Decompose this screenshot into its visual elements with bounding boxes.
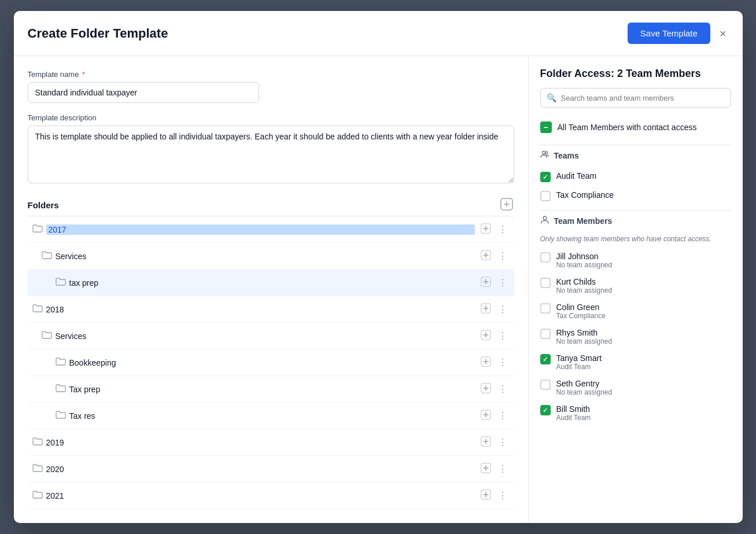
template-name-group: Template name * (28, 70, 514, 103)
folder-menu-button[interactable]: ⋮ (496, 330, 510, 342)
folder-item[interactable]: 2020 ⋮ (28, 456, 514, 483)
folder-menu-button[interactable]: ⋮ (496, 410, 510, 422)
member-checkbox[interactable] (540, 252, 551, 263)
folder-actions: ⋮ (478, 249, 510, 263)
folder-item[interactable]: 2018 ⋮ (28, 296, 514, 323)
folder-name: Bookkeeping (69, 358, 475, 367)
teams-list: Audit Team Tax Compliance (540, 167, 731, 205)
folder-name: Services (56, 252, 475, 261)
member-checkbox[interactable] (540, 380, 551, 390)
members-list: Jill Johnson No team assigned Kurt Child… (540, 248, 731, 426)
add-subfolder-button[interactable] (478, 329, 493, 343)
folder-item[interactable]: Services ⋮ (28, 323, 514, 349)
add-subfolder-button[interactable] (478, 382, 493, 396)
folder-item[interactable]: Bookkeeping ⋮ (28, 349, 514, 376)
folder-icon (32, 490, 43, 502)
modal-overlay: Create Folder Template Save Template × T… (0, 0, 756, 534)
member-name: Bill Smith (556, 404, 591, 414)
folder-name: 2017 (46, 224, 475, 235)
folder-menu-button[interactable]: ⋮ (496, 384, 510, 395)
modal-title: Create Folder Template (28, 26, 168, 41)
member-team: Audit Team (556, 363, 602, 371)
add-subfolder-button[interactable] (478, 435, 493, 450)
header-actions: Save Template × (628, 23, 729, 44)
folder-menu-button[interactable]: ⋮ (496, 251, 510, 262)
member-row[interactable]: Colin Green Tax Compliance (540, 299, 731, 324)
folder-menu-button[interactable]: ⋮ (496, 277, 510, 289)
folder-list: 2017 ⋮ Services ⋮ tax (28, 216, 514, 509)
team-checkbox[interactable] (540, 172, 551, 182)
add-subfolder-button[interactable] (478, 222, 493, 237)
template-description-group: Template description (28, 113, 514, 185)
folder-icon (32, 304, 43, 315)
folder-item[interactable]: Tax res ⋮ (28, 403, 514, 429)
svg-point-13 (545, 152, 548, 154)
member-name: Rhys Smith (556, 328, 613, 337)
member-team: No team assigned (556, 388, 613, 396)
save-template-button[interactable]: Save Template (628, 23, 710, 44)
left-panel: Template name * Template description Fol… (14, 56, 529, 523)
member-row[interactable]: Bill Smith Audit Team (540, 400, 731, 426)
member-team: No team assigned (556, 261, 613, 269)
member-team: Tax Compliance (556, 312, 606, 320)
member-checkbox[interactable] (540, 329, 551, 339)
add-subfolder-button[interactable] (478, 488, 493, 503)
member-row[interactable]: Rhys Smith No team assigned (540, 324, 731, 349)
team-members-label: Team Members (554, 216, 613, 226)
add-subfolder-button[interactable] (478, 408, 493, 423)
add-subfolder-button[interactable] (478, 249, 493, 263)
team-members-icon (540, 215, 550, 227)
folder-item[interactable]: Tax prep ⋮ (28, 376, 514, 403)
search-icon: 🔍 (547, 93, 556, 102)
search-input[interactable] (561, 94, 725, 102)
team-checkbox[interactable] (540, 191, 551, 201)
close-button[interactable]: × (717, 25, 729, 42)
search-box[interactable]: 🔍 (540, 88, 731, 108)
member-row[interactable]: Jill Johnson No team assigned (540, 248, 731, 273)
member-row[interactable]: Kurt Childs No team assigned (540, 273, 731, 299)
member-info: Seth Gentry No team assigned (556, 379, 613, 396)
folder-menu-button[interactable]: ⋮ (496, 490, 510, 502)
right-panel: Folder Access: 2 Team Members 🔍 − All Te… (529, 56, 743, 523)
folder-actions: ⋮ (478, 408, 510, 423)
folder-menu-button[interactable]: ⋮ (496, 437, 510, 448)
folder-item[interactable]: 2019 ⋮ (28, 429, 514, 456)
all-members-row[interactable]: − All Team Members with contact access (540, 116, 731, 139)
template-name-input[interactable] (28, 82, 259, 103)
folder-name: 2018 (46, 305, 475, 314)
add-subfolder-button[interactable] (478, 302, 493, 316)
folder-actions: ⋮ (478, 462, 510, 476)
folders-section: Folders 2017 (28, 197, 514, 509)
member-row[interactable]: Seth Gentry No team assigned (540, 375, 731, 400)
folder-item[interactable]: Services ⋮ (28, 243, 514, 270)
folder-actions: ⋮ (478, 275, 510, 290)
member-team: No team assigned (556, 286, 613, 294)
member-row[interactable]: Tanya Smart Audit Team (540, 349, 731, 375)
folder-item[interactable]: 2021 ⋮ (28, 483, 514, 509)
add-subfolder-button[interactable] (478, 355, 493, 370)
member-checkbox[interactable] (540, 303, 551, 314)
team-row[interactable]: Tax Compliance (540, 186, 731, 205)
folder-menu-button[interactable]: ⋮ (496, 357, 510, 369)
teams-section-header: Teams (540, 145, 731, 165)
folder-menu-button[interactable]: ⋮ (496, 463, 510, 475)
member-checkbox[interactable] (540, 278, 551, 288)
member-name: Jill Johnson (556, 252, 613, 261)
folder-actions: ⋮ (478, 329, 510, 343)
folder-item[interactable]: 2017 ⋮ (28, 216, 514, 243)
folder-menu-button[interactable]: ⋮ (496, 304, 510, 315)
folder-item[interactable]: tax prep ⋮ (28, 270, 514, 296)
teams-label: Teams (554, 151, 579, 160)
team-row[interactable]: Audit Team (540, 167, 731, 186)
add-subfolder-button[interactable] (478, 275, 493, 290)
member-name: Seth Gentry (556, 379, 613, 388)
template-name-label: Template name * (28, 70, 514, 79)
folder-menu-button[interactable]: ⋮ (496, 224, 510, 235)
member-checkbox[interactable] (540, 405, 551, 415)
add-folder-button[interactable] (499, 197, 514, 213)
template-description-input[interactable] (28, 126, 514, 183)
add-subfolder-button[interactable] (478, 462, 493, 476)
member-checkbox[interactable] (540, 354, 551, 364)
member-info: Tanya Smart Audit Team (556, 353, 602, 371)
member-name: Colin Green (556, 303, 606, 312)
